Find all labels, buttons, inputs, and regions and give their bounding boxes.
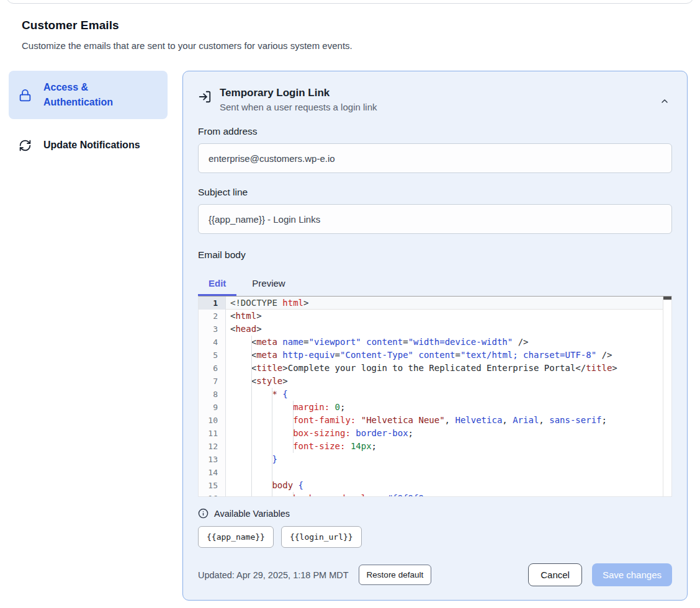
panel-footer: Updated: Apr 29, 2025, 1:18 PM MDT Resto…	[198, 563, 672, 586]
subject-line-field: Subject line	[198, 187, 672, 234]
line-number: 11	[199, 427, 226, 440]
code-line[interactable]: 12 font-size: 14px;	[199, 440, 671, 453]
page-title: Customer Emails	[22, 19, 700, 32]
code-editor[interactable]: 1<!DOCTYPE html>2<html>3<head>4 <meta na…	[198, 296, 672, 497]
available-variables-section: Available Variables {{app_name}} {{login…	[198, 508, 672, 548]
code-line[interactable]: 15 body {	[199, 479, 671, 492]
panel-title: Temporary Login Link	[220, 87, 649, 99]
line-number: 1	[199, 297, 226, 310]
line-number: 6	[199, 362, 226, 375]
from-address-input[interactable]	[198, 143, 672, 173]
layout: Access & Authentication Update Notificat…	[0, 71, 700, 601]
updated-timestamp: Updated: Apr 29, 2025, 1:18 PM MDT	[198, 570, 349, 580]
chevron-up-icon	[660, 96, 670, 106]
line-number: 10	[199, 414, 226, 427]
email-body-label: Email body	[198, 249, 672, 261]
code-line[interactable]: 11 box-sizing: border-box;	[199, 427, 671, 440]
panel-subtitle: Sent when a user requests a login link	[220, 102, 649, 112]
sidebar-item-access-authentication[interactable]: Access & Authentication	[9, 71, 168, 119]
code-line[interactable]: 10 font-family: "Helvetica Neue", Helvet…	[199, 414, 671, 427]
line-number: 7	[199, 375, 226, 388]
sidebar-item-update-notifications[interactable]: Update Notifications	[9, 130, 168, 161]
line-number: 9	[199, 401, 226, 414]
from-address-field: From address	[198, 126, 672, 173]
code-line[interactable]: 8 * {	[199, 388, 671, 401]
code-lines: 1<!DOCTYPE html>2<html>3<head>4 <meta na…	[199, 297, 671, 497]
line-number: 14	[199, 466, 226, 479]
top-card-remnant	[6, 0, 694, 4]
email-body-tabs: Edit Preview	[198, 272, 672, 296]
from-address-label: From address	[198, 126, 672, 137]
save-changes-button[interactable]: Save changes	[592, 563, 672, 586]
line-number: 8	[199, 388, 226, 401]
code-line[interactable]: 4 <meta name="viewport" content="width=d…	[199, 336, 671, 349]
line-number: 5	[199, 349, 226, 362]
email-panel: Temporary Login Link Sent when a user re…	[182, 71, 688, 601]
code-line[interactable]: 1<!DOCTYPE html>	[199, 297, 671, 310]
sidebar: Access & Authentication Update Notificat…	[9, 71, 168, 161]
page-header: Customer Emails Customize the emails tha…	[22, 19, 700, 51]
login-icon	[198, 90, 212, 104]
line-number: 3	[199, 323, 226, 336]
tab-preview[interactable]: Preview	[241, 272, 295, 296]
code-line[interactable]: 2<html>	[199, 310, 671, 323]
code-line[interactable]: 14	[199, 466, 671, 479]
tab-edit[interactable]: Edit	[198, 272, 236, 296]
line-number: 12	[199, 440, 226, 453]
code-line[interactable]: 3<head>	[199, 323, 671, 336]
code-line[interactable]: 13 }	[199, 453, 671, 466]
panel-header: Temporary Login Link Sent when a user re…	[198, 87, 672, 112]
line-number: 16	[199, 492, 226, 497]
variable-chip-app-name[interactable]: {{app_name}}	[198, 526, 274, 548]
refresh-icon	[19, 139, 32, 152]
sidebar-item-label: Access & Authentication	[43, 80, 158, 110]
info-icon	[198, 508, 209, 519]
variable-chip-login-url[interactable]: {{login_url}}	[281, 526, 362, 548]
available-variables-label: Available Variables	[214, 509, 290, 519]
line-number: 2	[199, 310, 226, 323]
code-line[interactable]: 6 <title>Complete your login to the Repl…	[199, 362, 671, 375]
line-number: 15	[199, 479, 226, 492]
collapse-button[interactable]	[657, 89, 672, 112]
editor-scrollbar[interactable]	[663, 297, 671, 496]
lock-icon	[19, 89, 32, 102]
cancel-button[interactable]: Cancel	[528, 563, 582, 586]
code-line[interactable]: 5 <meta http-equiv="Content-Type" conten…	[199, 349, 671, 362]
code-line[interactable]: 9 margin: 0;	[199, 401, 671, 414]
subject-line-label: Subject line	[198, 187, 672, 198]
code-line[interactable]: 16 background-color: #f9f9f9;	[199, 492, 671, 497]
subject-line-input[interactable]	[198, 204, 672, 234]
page-subtitle: Customize the emails that are sent to yo…	[22, 40, 700, 51]
restore-default-button[interactable]: Restore default	[359, 565, 432, 585]
line-number: 4	[199, 336, 226, 349]
sidebar-item-label: Update Notifications	[43, 138, 140, 153]
code-line[interactable]: 7 <style>	[199, 375, 671, 388]
scrollbar-thumb[interactable]	[663, 297, 671, 300]
line-number: 13	[199, 453, 226, 466]
